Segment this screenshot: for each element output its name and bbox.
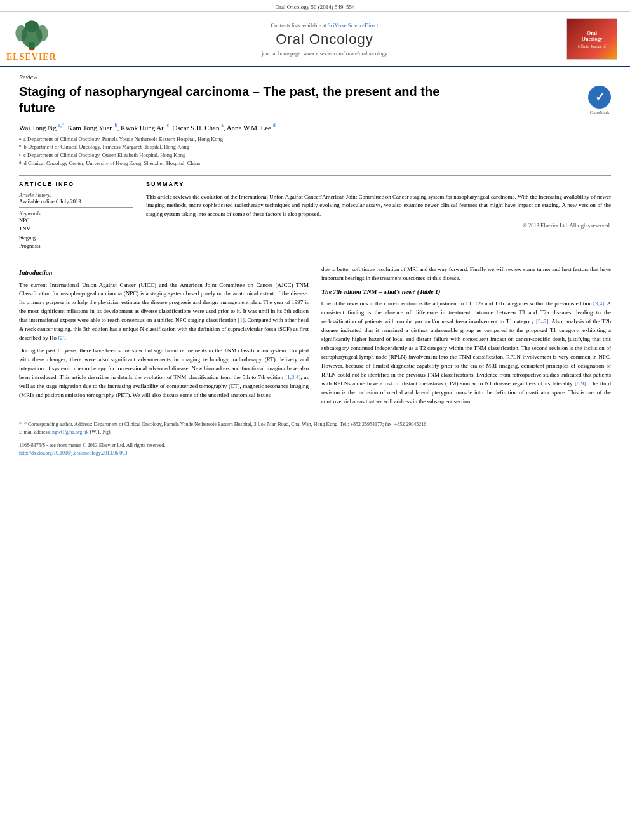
affil-line-b: b b Department of Clinical Oncology, Pri… — [19, 143, 611, 151]
intro-heading: Introduction — [19, 268, 309, 278]
body-para-2: During the past 15 years, there have bee… — [19, 347, 309, 400]
body-para-3: due to better soft tissue resolution of … — [321, 265, 611, 283]
divider-2 — [19, 260, 611, 260]
footnote-divider — [19, 439, 611, 439]
elsevier-tree-icon — [6, 16, 57, 51]
article-info-column: ARTICLE INFO Article history: Available … — [19, 181, 133, 251]
article-info-summary-section: ARTICLE INFO Article history: Available … — [19, 181, 611, 251]
affil-super-label-a: a — [19, 135, 21, 143]
article-title: Staging of nasopharyngeal carcinoma – Th… — [19, 83, 476, 116]
affil-super-a: a,* — [58, 123, 64, 128]
summary-column: SUMMARY This article reviews the evoluti… — [146, 181, 611, 251]
affil-super-c: c — [166, 123, 169, 128]
elsevier-logo: ELSEVIER — [6, 16, 83, 62]
elsevier-wordmark: ELSEVIER — [6, 52, 57, 62]
ref-1[interactable]: [1] — [238, 317, 245, 323]
crossmark-label: CrossMark — [589, 110, 609, 115]
body-col-right: due to better soft tissue resolution of … — [321, 265, 611, 410]
footnote-corresponding-text: * Corresponding author. Address: Departm… — [24, 422, 427, 427]
doi-link[interactable]: http://dx.doi.org/10.1016/j.oraloncology… — [19, 450, 127, 456]
title-row: Staging of nasopharyngeal carcinoma – Th… — [19, 83, 611, 123]
summary-text: This article reviews the evolution of th… — [146, 193, 611, 219]
summary-heading: SUMMARY — [146, 181, 611, 189]
contents-available-line: Contents lists available at SciVerse Sci… — [89, 22, 560, 29]
contents-label: Contents lists available at — [271, 22, 326, 29]
ref-89[interactable]: [8,9] — [575, 380, 586, 387]
footnotes-area: * * Corresponding author. Address: Depar… — [19, 417, 611, 457]
journal-name-display: Oral Oncology — [89, 31, 560, 48]
footnote-email-suffix: (W.T. Ng). — [90, 429, 111, 435]
info-divider — [19, 207, 133, 208]
footnote-email-line: E-mail address: ngwt1@ha.org.hk (W.T. Ng… — [19, 429, 611, 436]
affiliations-block: a a Department of Clinical Oncology, Pam… — [19, 135, 611, 168]
article-info-heading: ARTICLE INFO — [19, 181, 133, 189]
article-container: Review Staging of nasopharyngeal carcino… — [0, 67, 630, 470]
affil-text-c: c Department of Clinical Oncology, Queen… — [23, 151, 185, 159]
affil-line-a: a a Department of Clinical Oncology, Pam… — [19, 135, 611, 143]
journal-cover-area: OralOncology Official Journal of — [566, 18, 624, 60]
ref-2[interactable]: [2] — [58, 335, 65, 341]
footnote-email-link[interactable]: ngwt1@ha.org.hk — [52, 429, 88, 435]
body-columns: Introduction The current International U… — [19, 265, 611, 410]
affil-line-c: c c Department of Clinical Oncology, Que… — [19, 151, 611, 159]
cover-title: OralOncology — [582, 30, 602, 42]
crossmark-area[interactable]: ✓ CrossMark — [588, 86, 611, 115]
affil-line-d: d d Clinical Oncology Center, University… — [19, 159, 611, 168]
journal-homepage-line: journal homepage: www.elsevier.com/locat… — [89, 50, 560, 57]
keyword-staging: Staging — [19, 234, 133, 243]
journal-header: ELSEVIER Contents lists available at Sci… — [0, 12, 630, 67]
keyword-tnm: TNM — [19, 225, 133, 234]
article-type-label: Review — [19, 74, 611, 81]
journal-title-area: Contents lists available at SciVerse Sci… — [89, 22, 560, 57]
journal-ref-bar: Oral Oncology 50 (2014) 549–554 — [0, 0, 630, 12]
affil-text-d: d Clinical Oncology Center, University o… — [24, 159, 201, 168]
affil-super-d: d — [273, 123, 276, 128]
affil-super-b: b — [115, 123, 117, 128]
history-label: Article history: — [19, 192, 133, 198]
section-heading-7th: The 7th edition TNM – what's new? (Table… — [321, 287, 611, 297]
cover-subtitle: Official Journal of — [578, 44, 606, 48]
svg-point-4 — [25, 20, 39, 32]
footnote-doi: http://dx.doi.org/10.1016/j.oraloncology… — [19, 450, 611, 457]
keyword-prognosis: Prognosis — [19, 242, 133, 251]
ref-57[interactable]: [5–7] — [536, 318, 549, 324]
body-col-left: Introduction The current International U… — [19, 265, 309, 410]
elsevier-logo-area: ELSEVIER — [6, 16, 83, 62]
history-value: Available online 6 July 2013 — [19, 198, 133, 204]
affil-super-label-b: b — [19, 143, 22, 151]
footnote-corresponding: * * Corresponding author. Address: Depar… — [19, 421, 611, 429]
journal-cover-thumbnail: OralOncology Official Journal of — [566, 18, 617, 60]
journal-ref-text: Oral Oncology 50 (2014) 549–554 — [276, 4, 355, 10]
footnote-star: * — [19, 422, 23, 427]
crossmark-badge: ✓ — [588, 86, 611, 109]
affil-super-label-d: d — [19, 159, 22, 168]
summary-copyright: © 2013 Elsevier Ltd. All rights reserved… — [146, 222, 611, 229]
footnote-email-label: E-mail address: — [19, 429, 51, 435]
authors-line: Wai Tong Ng a,*, Kam Tong Yuen b, Kwok H… — [19, 123, 611, 131]
keywords-list: NPC TNM Staging Prognosis — [19, 217, 133, 251]
ref-34[interactable]: [3,4] — [593, 300, 604, 307]
footnote-issn: 1368-8375/$ - see front matter © 2013 El… — [19, 442, 611, 450]
sciverse-link[interactable]: SciVerse ScienceDirect — [328, 22, 379, 29]
affil-super-label-c: c — [19, 151, 21, 159]
affil-text-b: b Department of Clinical Oncology, Princ… — [24, 143, 190, 151]
svg-rect-5 — [29, 48, 34, 50]
affil-text-a: a Department of Clinical Oncology, Pamel… — [23, 135, 223, 143]
divider-1 — [19, 175, 611, 176]
affil-super-a2: a — [221, 123, 224, 128]
body-para-4: One of the revisions in the current edit… — [321, 300, 611, 406]
keywords-label: Keywords: — [19, 210, 133, 217]
body-para-1: The current International Union Against … — [19, 281, 309, 343]
ref-134[interactable]: [1,3,4] — [285, 374, 300, 380]
keyword-npc: NPC — [19, 217, 133, 225]
